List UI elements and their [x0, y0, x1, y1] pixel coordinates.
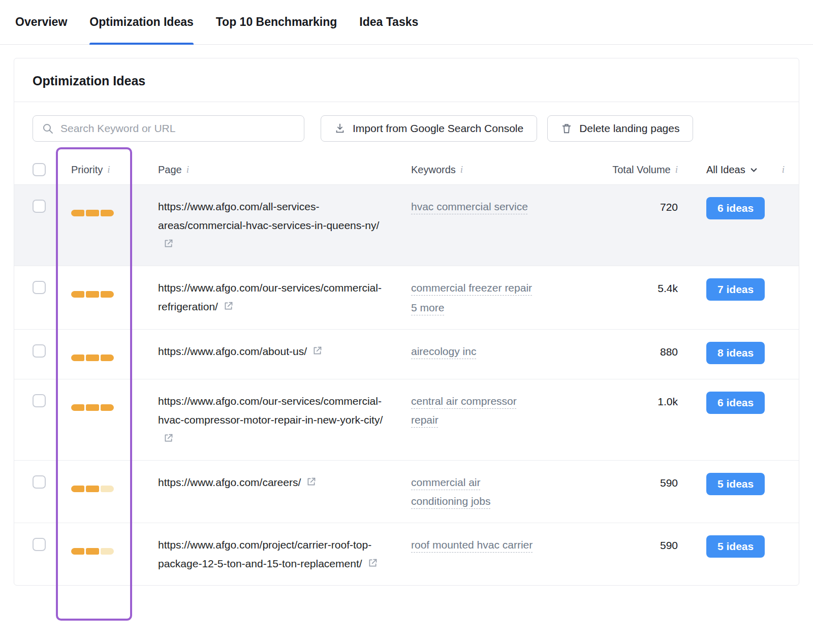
table-row: https://www.afgo.com/our-services/commer…: [14, 379, 799, 460]
keywords-cell: roof mounted hvac carrier: [411, 535, 579, 573]
external-link-icon[interactable]: [312, 345, 323, 356]
row-checkbox[interactable]: [33, 344, 46, 358]
priority-bar: [71, 355, 114, 361]
external-link-icon[interactable]: [163, 238, 174, 249]
table-row: https://www.afgo.com/all-services-areas/…: [14, 184, 799, 266]
ideas-button[interactable]: 5 ideas: [706, 473, 765, 495]
import-gsc-label: Import from Google Search Console: [353, 122, 523, 135]
priority-segment: [71, 486, 84, 492]
priority-segment: [71, 355, 84, 361]
page-url[interactable]: https://www.afgo.com/about-us/: [158, 345, 307, 357]
total-volume: 880: [579, 342, 678, 367]
keywords-cell: airecology inc: [411, 342, 579, 367]
row-checkbox[interactable]: [33, 281, 46, 294]
priority-bar: [71, 486, 114, 492]
chevron-down-icon: [749, 166, 758, 174]
ideas-info-icon[interactable]: i: [782, 165, 785, 175]
priority-segment: [86, 355, 99, 361]
ideas-button[interactable]: 5 ideas: [706, 535, 765, 558]
ideas-button[interactable]: 6 ideas: [706, 392, 765, 414]
ideas-button[interactable]: 6 ideas: [706, 197, 765, 219]
total-volume-column-header: Total Volume: [612, 164, 671, 176]
ideas-button[interactable]: 7 ideas: [706, 278, 765, 301]
row-checkbox[interactable]: [33, 200, 46, 213]
priority-segment: [71, 210, 84, 216]
priority-segment: [71, 291, 84, 298]
priority-column-header: Priority: [71, 164, 103, 176]
search-box: [33, 115, 304, 142]
keyword-link[interactable]: central air compressor repair: [411, 392, 533, 429]
table-row: https://www.afgo.com/project/carrier-roo…: [14, 523, 799, 585]
tab-overview[interactable]: Overview: [15, 0, 67, 44]
external-link-icon[interactable]: [367, 558, 378, 568]
tab-bar: Overview Optimization Ideas Top 10 Bench…: [0, 0, 813, 45]
page-url[interactable]: https://www.afgo.com/our-services/commer…: [158, 395, 383, 426]
priority-segment: [86, 486, 99, 492]
table-body: https://www.afgo.com/all-services-areas/…: [14, 184, 799, 585]
external-link-icon[interactable]: [223, 301, 234, 311]
page-url[interactable]: https://www.afgo.com/all-services-areas/…: [158, 201, 379, 231]
external-link-icon[interactable]: [163, 433, 174, 443]
import-gsc-button[interactable]: Import from Google Search Console: [321, 115, 537, 142]
external-link-icon[interactable]: [306, 476, 317, 487]
total-volume: 720: [579, 197, 678, 253]
tab-optimization-ideas[interactable]: Optimization Ideas: [89, 0, 193, 44]
priority-info-icon[interactable]: i: [107, 165, 110, 175]
toolbar: Import from Google Search Console Delete…: [14, 102, 799, 155]
priority-segment: [101, 210, 114, 216]
row-checkbox[interactable]: [33, 394, 46, 407]
keywords-cell: central air compressor repair: [411, 392, 579, 448]
priority-segment: [71, 404, 84, 411]
page-info-icon[interactable]: i: [186, 165, 189, 175]
keywords-column-header: Keywords: [411, 164, 456, 176]
table-header: Priority i Page i Keywords i Total Volum…: [14, 155, 799, 184]
page-url[interactable]: https://www.afgo.com/our-services/commer…: [158, 282, 382, 312]
optimization-ideas-panel: Optimization Ideas Import from Google Se…: [14, 58, 799, 586]
page-column-header: Page: [158, 164, 182, 176]
search-icon: [42, 122, 54, 135]
tab-top-10-benchmarking[interactable]: Top 10 Benchmarking: [216, 0, 337, 44]
keywords-cell: commercial freezer repair5 more: [411, 278, 579, 317]
keywords-info-icon[interactable]: i: [460, 165, 463, 175]
table-row: https://www.afgo.com/careers/ commercial…: [14, 460, 799, 523]
keyword-link[interactable]: hvac commercial service: [411, 197, 528, 216]
priority-segment: [86, 291, 99, 298]
delete-landing-pages-label: Delete landing pages: [579, 122, 679, 135]
ideas-table: Priority i Page i Keywords i Total Volum…: [14, 155, 799, 585]
ideas-button[interactable]: 8 ideas: [706, 342, 765, 364]
ideas-filter-dropdown[interactable]: All Ideas: [706, 164, 758, 176]
select-all-checkbox[interactable]: [33, 163, 46, 176]
priority-bar: [71, 404, 114, 411]
total-volume: 1.0k: [579, 392, 678, 448]
download-icon: [334, 123, 346, 134]
search-input[interactable]: [33, 115, 304, 142]
priority-segment: [101, 548, 114, 555]
priority-bar: [71, 548, 114, 555]
ideas-filter-label: All Ideas: [706, 164, 745, 176]
priority-segment: [101, 404, 114, 411]
keywords-cell: hvac commercial service: [411, 197, 579, 253]
row-checkbox[interactable]: [33, 475, 46, 489]
more-keywords-link[interactable]: 5 more: [411, 298, 444, 317]
keywords-cell: commercial air conditioning jobs: [411, 473, 579, 510]
priority-segment: [101, 291, 114, 298]
total-volume: 5.4k: [579, 278, 678, 317]
priority-segment: [86, 548, 99, 555]
priority-segment: [101, 486, 114, 492]
page-url[interactable]: https://www.afgo.com/project/carrier-roo…: [158, 539, 371, 569]
trash-icon: [561, 123, 572, 134]
page-url[interactable]: https://www.afgo.com/careers/: [158, 476, 301, 488]
priority-segment: [86, 404, 99, 411]
keyword-link[interactable]: airecology inc: [411, 342, 476, 361]
priority-segment: [86, 210, 99, 216]
delete-landing-pages-button[interactable]: Delete landing pages: [547, 115, 693, 142]
keyword-link[interactable]: roof mounted hvac carrier: [411, 535, 533, 554]
keyword-link[interactable]: commercial freezer repair: [411, 278, 532, 297]
page-title: Optimization Ideas: [14, 58, 799, 102]
tab-idea-tasks[interactable]: Idea Tasks: [359, 0, 418, 44]
priority-bar: [71, 210, 114, 216]
table-row: https://www.afgo.com/our-services/commer…: [14, 266, 799, 329]
total-volume: 590: [579, 535, 678, 573]
keyword-link[interactable]: commercial air conditioning jobs: [411, 473, 533, 510]
row-checkbox[interactable]: [33, 538, 46, 551]
